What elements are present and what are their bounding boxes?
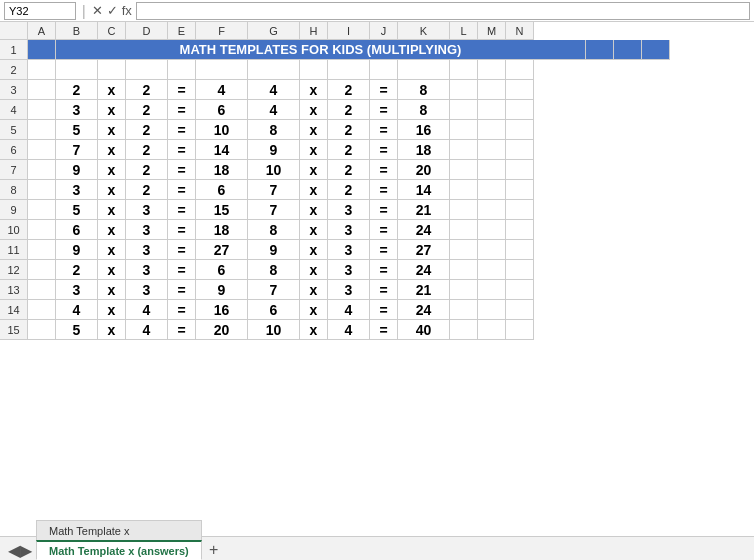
cell-A7[interactable] [28, 160, 56, 180]
cell-G13[interactable]: 7 [248, 280, 300, 300]
cell-D6[interactable]: 2 [126, 140, 168, 160]
cell-A11[interactable] [28, 240, 56, 260]
col-header-K[interactable]: K [398, 22, 450, 40]
cell-I13[interactable]: 3 [328, 280, 370, 300]
cell-H7[interactable]: x [300, 160, 328, 180]
cell-title[interactable]: MATH TEMPLATES FOR KIDS (MULTIPLYING) [56, 40, 586, 60]
cell-N4[interactable] [506, 100, 534, 120]
col-header-B[interactable]: B [56, 22, 98, 40]
cell-B9[interactable]: 5 [56, 200, 98, 220]
cell-E13[interactable]: = [168, 280, 196, 300]
cell-D13[interactable]: 3 [126, 280, 168, 300]
cell-N11[interactable] [506, 240, 534, 260]
cell-D9[interactable]: 3 [126, 200, 168, 220]
cell-D11[interactable]: 3 [126, 240, 168, 260]
cell-F10[interactable]: 18 [196, 220, 248, 240]
cell-D5[interactable]: 2 [126, 120, 168, 140]
cell-F7[interactable]: 18 [196, 160, 248, 180]
cell-H14[interactable]: x [300, 300, 328, 320]
tab-1[interactable]: Math Template x (answers) [36, 540, 202, 560]
cell-D15[interactable]: 4 [126, 320, 168, 340]
cell-N10[interactable] [506, 220, 534, 240]
cell-I5[interactable]: 2 [328, 120, 370, 140]
cell-H5[interactable]: x [300, 120, 328, 140]
cell-G15[interactable]: 10 [248, 320, 300, 340]
cell-G8[interactable]: 7 [248, 180, 300, 200]
add-tab-button[interactable]: + [204, 540, 224, 560]
cell-I11[interactable]: 3 [328, 240, 370, 260]
cell-M1[interactable] [614, 40, 642, 60]
col-header-L[interactable]: L [450, 22, 478, 40]
cell-N2[interactable] [506, 60, 534, 80]
cell-C6[interactable]: x [98, 140, 126, 160]
cell-J15[interactable]: = [370, 320, 398, 340]
cell-H4[interactable]: x [300, 100, 328, 120]
cell-G14[interactable]: 6 [248, 300, 300, 320]
cell-F8[interactable]: 6 [196, 180, 248, 200]
cell-A3[interactable] [28, 80, 56, 100]
cell-E4[interactable]: = [168, 100, 196, 120]
cell-F4[interactable]: 6 [196, 100, 248, 120]
cell-L11[interactable] [450, 240, 478, 260]
cell-F11[interactable]: 27 [196, 240, 248, 260]
cell-E9[interactable]: = [168, 200, 196, 220]
cell-E15[interactable]: = [168, 320, 196, 340]
cell-E14[interactable]: = [168, 300, 196, 320]
cell-E11[interactable]: = [168, 240, 196, 260]
cell-L6[interactable] [450, 140, 478, 160]
cell-K9[interactable]: 21 [398, 200, 450, 220]
cell-M7[interactable] [478, 160, 506, 180]
col-header-C[interactable]: C [98, 22, 126, 40]
cell-J13[interactable]: = [370, 280, 398, 300]
cell-M6[interactable] [478, 140, 506, 160]
cell-A4[interactable] [28, 100, 56, 120]
col-header-N[interactable]: N [506, 22, 534, 40]
cell-F12[interactable]: 6 [196, 260, 248, 280]
cell-G10[interactable]: 8 [248, 220, 300, 240]
cell-L5[interactable] [450, 120, 478, 140]
col-header-J[interactable]: J [370, 22, 398, 40]
cell-A2[interactable] [28, 60, 56, 80]
cell-N14[interactable] [506, 300, 534, 320]
cell-K10[interactable]: 24 [398, 220, 450, 240]
cell-C8[interactable]: x [98, 180, 126, 200]
cell-D10[interactable]: 3 [126, 220, 168, 240]
cell-H9[interactable]: x [300, 200, 328, 220]
cell-C14[interactable]: x [98, 300, 126, 320]
cell-L1[interactable] [586, 40, 614, 60]
cell-C4[interactable]: x [98, 100, 126, 120]
cell-I7[interactable]: 2 [328, 160, 370, 180]
cell-E7[interactable]: = [168, 160, 196, 180]
cell-D8[interactable]: 2 [126, 180, 168, 200]
cell-L12[interactable] [450, 260, 478, 280]
cancel-icon[interactable]: ✕ [92, 3, 103, 18]
cell-H3[interactable]: x [300, 80, 328, 100]
cell-G11[interactable]: 9 [248, 240, 300, 260]
cell-C13[interactable]: x [98, 280, 126, 300]
cell-L4[interactable] [450, 100, 478, 120]
cell-C7[interactable]: x [98, 160, 126, 180]
cell-N1[interactable] [642, 40, 670, 60]
cell-H6[interactable]: x [300, 140, 328, 160]
cell-K2[interactable] [398, 60, 450, 80]
cell-B4[interactable]: 3 [56, 100, 98, 120]
cell-C11[interactable]: x [98, 240, 126, 260]
col-header-M[interactable]: M [478, 22, 506, 40]
cell-D3[interactable]: 2 [126, 80, 168, 100]
cell-F14[interactable]: 16 [196, 300, 248, 320]
cell-B8[interactable]: 3 [56, 180, 98, 200]
cell-N13[interactable] [506, 280, 534, 300]
cell-K7[interactable]: 20 [398, 160, 450, 180]
cell-I3[interactable]: 2 [328, 80, 370, 100]
cell-K11[interactable]: 27 [398, 240, 450, 260]
cell-B3[interactable]: 2 [56, 80, 98, 100]
cell-M11[interactable] [478, 240, 506, 260]
col-header-E[interactable]: E [168, 22, 196, 40]
tab-0[interactable]: Math Template x [36, 520, 202, 540]
cell-E5[interactable]: = [168, 120, 196, 140]
cell-A1[interactable] [28, 40, 56, 60]
cell-I10[interactable]: 3 [328, 220, 370, 240]
cell-H12[interactable]: x [300, 260, 328, 280]
cell-G4[interactable]: 4 [248, 100, 300, 120]
cell-E6[interactable]: = [168, 140, 196, 160]
